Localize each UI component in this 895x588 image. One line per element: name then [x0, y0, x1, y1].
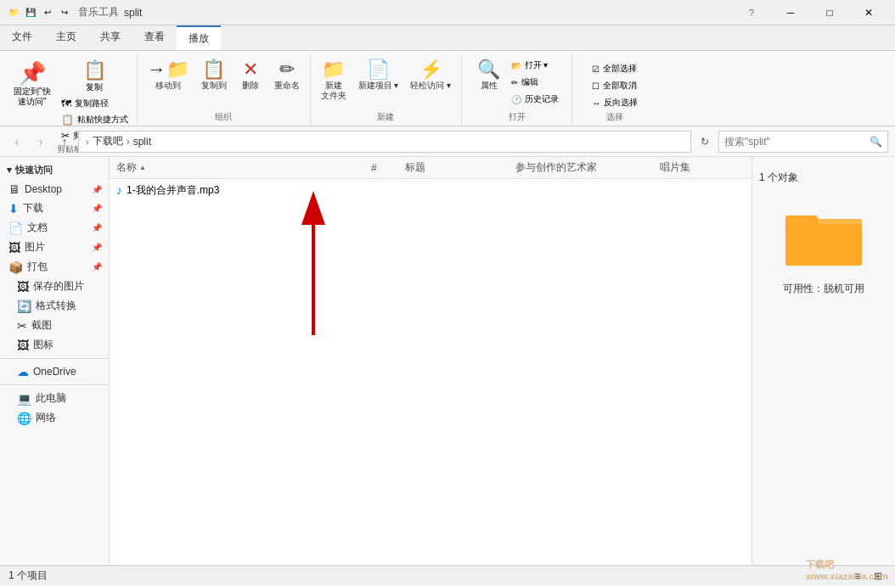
sidebar-item-pack[interactable]: 📦 打包 📌 — [0, 257, 109, 277]
sidebar-item-pictures[interactable]: 🖼 图片 📌 — [0, 238, 109, 257]
edit-label: 编辑 — [521, 76, 538, 88]
properties-button[interactable]: 🔍 属性 — [472, 58, 506, 93]
edit-button[interactable]: ✏ 编辑 — [508, 75, 562, 90]
copy-to-label: 复制到 — [201, 81, 227, 91]
saved-pics-icon: 🖼 — [17, 280, 29, 294]
search-box[interactable]: 🔍 — [718, 131, 888, 153]
invert-select-button[interactable]: ↔ 反向选择 — [588, 95, 641, 110]
easy-access-icon: ⚡ — [419, 60, 442, 79]
path-segment-1[interactable]: 下载吧 — [93, 134, 123, 148]
minimize-button[interactable]: ─ — [771, 0, 810, 25]
screenshot-icon: ✂ — [17, 319, 27, 333]
new-folder-icon: 📁 — [322, 60, 345, 79]
sidebar-item-icons[interactable]: 🖼 图标 — [0, 335, 109, 355]
refresh-button[interactable]: ↻ — [695, 132, 715, 152]
tab-play[interactable]: 播放 — [177, 25, 221, 50]
undo-icon[interactable]: ↩ — [41, 6, 54, 20]
deselect-all-icon: ☐ — [592, 81, 599, 91]
tab-home[interactable]: 主页 — [44, 25, 88, 50]
address-path[interactable]: › 下载吧 › split — [78, 131, 691, 153]
sidebar-item-screenshot[interactable]: ✂ 截图 — [0, 316, 109, 335]
pack-icon: 📦 — [8, 260, 23, 274]
rename-button[interactable]: ✏ 重命名 — [269, 58, 305, 93]
col-header-artist[interactable]: 参与创作的艺术家 — [515, 160, 660, 175]
sidebar-item-desktop[interactable]: 🖥 Desktop 📌 — [0, 180, 109, 199]
up-button[interactable]: ↑ — [54, 132, 75, 152]
screenshot-label: 截图 — [31, 318, 52, 333]
tab-share[interactable]: 共享 — [88, 25, 132, 50]
address-bar: ‹ › ↑ › 下载吧 › split ↻ 🔍 — [0, 126, 895, 157]
new-buttons: 📁 新建文件夹 📄 新建项目 ▾ ⚡ 轻松访问 ▾ — [316, 54, 457, 111]
select-buttons: ☑ 全部选择 ☐ 全部取消 ↔ 反向选择 — [588, 54, 641, 111]
search-input[interactable] — [724, 136, 866, 148]
tab-view[interactable]: 查看 — [132, 25, 177, 50]
move-to-button[interactable]: →📁 移动到 — [143, 58, 194, 93]
ribbon-content: 📌 固定到"快速访问" 📋 复制 🗺 复制路径 📋 粘贴快捷方式 — [0, 51, 895, 126]
col-header-album[interactable]: 唱片集 — [660, 160, 745, 175]
col-header-name[interactable]: 名称 ▲ — [116, 160, 371, 175]
forward-button[interactable]: › — [31, 132, 51, 152]
svg-rect-4 — [785, 224, 862, 266]
sidebar-divider-2 — [0, 384, 109, 385]
copy-button[interactable]: 📋 复制 — [58, 58, 132, 95]
copy-path-button[interactable]: 🗺 复制路径 — [58, 96, 132, 111]
ribbon-tabs: 文件 主页 共享 查看 播放 — [0, 25, 895, 51]
history-button[interactable]: 🕐 历史记录 — [508, 92, 562, 107]
path-separator: › — [127, 136, 130, 148]
sidebar-item-onedrive[interactable]: ☁ OneDrive — [0, 362, 109, 381]
icons-icon: 🖼 — [17, 339, 29, 352]
new-item-button[interactable]: 📄 新建项目 ▾ — [353, 58, 404, 93]
pc-icon: 💻 — [17, 392, 31, 406]
sidebar-divider-1 — [0, 358, 109, 359]
download-label: 下载 — [23, 201, 43, 216]
col-header-num[interactable]: # — [371, 162, 405, 174]
help-button[interactable]: ? — [732, 0, 771, 25]
copy-to-icon: 📋 — [202, 60, 225, 79]
sidebar-item-docs[interactable]: 📄 文档 📌 — [0, 218, 109, 238]
paste-shortcut-button[interactable]: 📋 粘贴快捷方式 — [58, 112, 132, 127]
sidebar-item-pc[interactable]: 💻 此电脑 — [0, 389, 109, 408]
easy-access-button[interactable]: ⚡ 轻松访问 ▾ — [405, 58, 456, 93]
maximize-button[interactable]: □ — [810, 0, 849, 25]
delete-label: 删除 — [242, 81, 259, 91]
quick-access-label: 快速访问 — [15, 164, 53, 176]
svg-rect-5 — [785, 216, 818, 227]
window-title: split — [124, 7, 142, 19]
paste-shortcut-label: 粘贴快捷方式 — [77, 114, 128, 126]
onedrive-icon: ☁ — [17, 365, 29, 378]
open-stack: 📂 打开 ▾ ✏ 编辑 🕐 历史记录 — [508, 58, 562, 107]
app-title: 音乐工具 — [78, 5, 119, 20]
delete-button[interactable]: ✕ 删除 — [234, 58, 267, 93]
quick-access-title[interactable]: ▾ 快速访问 — [0, 160, 109, 180]
pin-indicator: 📌 — [92, 185, 102, 194]
sidebar-item-network[interactable]: 🌐 网络 — [0, 408, 109, 428]
col-header-title[interactable]: 标题 — [405, 160, 515, 175]
new-folder-button[interactable]: 📁 新建文件夹 — [316, 58, 352, 104]
invert-select-label: 反向选择 — [604, 97, 638, 109]
copy-to-button[interactable]: 📋 复制到 — [196, 58, 232, 93]
redo-icon[interactable]: ↪ — [58, 6, 71, 20]
select-all-button[interactable]: ☑ 全部选择 — [588, 61, 641, 76]
back-button[interactable]: ‹ — [7, 132, 27, 152]
file-item-mp3[interactable]: ♪ 1-我的合并声音.mp3 — [110, 179, 751, 201]
pin-button[interactable]: 📌 固定到"快速访问" — [8, 58, 56, 109]
path-segment-2[interactable]: split — [133, 136, 151, 148]
ribbon-group-select: ☑ 全部选择 ☐ 全部取消 ↔ 反向选择 选择 — [572, 54, 657, 126]
sidebar-item-saved-pics[interactable]: 🖼 保存的图片 — [0, 277, 109, 296]
sidebar-item-download[interactable]: ⬇ 下载 📌 — [0, 199, 109, 218]
pictures-label: 图片 — [25, 240, 45, 255]
sidebar-item-convert[interactable]: 🔄 格式转换 — [0, 296, 109, 316]
save-icon[interactable]: 💾 — [24, 6, 37, 20]
history-label: 历史记录 — [525, 93, 559, 105]
file-list: 名称 ▲ # 标题 参与创作的艺术家 唱片集 ♪ 1-我的合并声音.mp3 — [110, 157, 751, 565]
window-icon: 📁 — [7, 6, 20, 20]
desktop-label: Desktop — [25, 183, 62, 195]
deselect-all-button[interactable]: ☐ 全部取消 — [588, 78, 641, 93]
open-button[interactable]: 📂 打开 ▾ — [508, 58, 562, 73]
close-button[interactable]: ✕ — [849, 0, 888, 25]
window-controls: ? ─ □ ✕ — [732, 0, 888, 25]
convert-icon: 🔄 — [17, 300, 31, 313]
tab-file[interactable]: 文件 — [0, 25, 44, 50]
properties-icon: 🔍 — [477, 60, 500, 79]
rename-icon: ✏ — [279, 60, 295, 79]
